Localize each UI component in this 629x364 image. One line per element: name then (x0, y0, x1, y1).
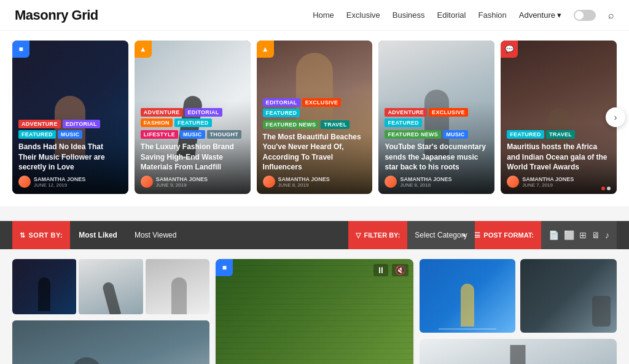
author-info-1: SAMANTHA JONES JUNE 12, 2019 (34, 176, 85, 188)
search-icon[interactable]: ⌕ (608, 10, 614, 21)
post-format-box: ☰ Post Format: (467, 221, 541, 249)
featured-card-1[interactable]: ■ ADVENTURE EDITORIAL FEATURED MUSIC Ban… (12, 41, 128, 194)
carousel-next-button[interactable]: › (606, 107, 625, 127)
main-nav: Home Exclusive Business Editorial Fashio… (313, 10, 614, 21)
dark-mode-toggle[interactable] (574, 10, 596, 21)
card-overlay-1: ADVENTURE EDITORIAL FEATURED MUSIC Bands… (12, 112, 128, 194)
featured-card-4[interactable]: ADVENTURE EXCLUSIVE FEATURED FEATURED NE… (378, 41, 494, 194)
road-card[interactable] (520, 259, 617, 333)
tall-image-card[interactable] (12, 320, 209, 364)
nav-editorial[interactable]: Editorial (437, 10, 466, 20)
masonry-container: ■ ⏸ 🔇 ADVENTURE EDITORIAL FEATURED MUSIC… (12, 259, 617, 364)
carousel-dots (601, 187, 611, 190)
side-by-side-images (420, 259, 617, 333)
card-author-3: SAMANTHA JONES JUNE 8, 2019 (263, 176, 367, 188)
tag-list-1: ADVENTURE EDITORIAL FEATURED MUSIC (18, 120, 122, 139)
nav-fashion[interactable]: Fashion (478, 10, 506, 20)
card-title-5: Mauritius hosts the Africa and Indian Oc… (507, 142, 611, 172)
filter-right: ▽ Filter By: Select Category ▾ ☰ Post Fo… (348, 221, 617, 249)
masonry-col-2: ■ ⏸ 🔇 ADVENTURE EDITORIAL FEATURED MUSIC… (216, 259, 413, 364)
featured-card-2[interactable]: ▲ ADVENTURE EDITORIAL FASHION FEATURED L… (135, 41, 251, 194)
format-article-icon[interactable]: 📄 (549, 230, 559, 240)
card-overlay-4: ADVENTURE EXCLUSIVE FEATURED FEATURED NE… (378, 101, 494, 194)
carousel-dot-2[interactable] (607, 187, 611, 190)
strip-img-2 (79, 259, 143, 314)
sort-options: Most Liked Most Viewed (70, 221, 185, 249)
video-mute-button[interactable]: 🔇 (392, 264, 408, 276)
author-avatar-5 (507, 176, 519, 188)
tag-featured: FEATURED (18, 130, 56, 139)
nav-adventure[interactable]: Adventure ▾ (519, 10, 561, 20)
sort-most-viewed[interactable]: Most Viewed (126, 221, 185, 249)
author-avatar-4 (385, 176, 397, 188)
image-strip[interactable] (12, 259, 209, 314)
format-grid-icon[interactable]: ⊞ (579, 230, 587, 240)
format-gallery-icon[interactable]: ⬜ (564, 230, 574, 240)
strip-img-3 (146, 259, 209, 314)
author-avatar-1 (18, 176, 31, 188)
filter-bar: ⇅ Sort By: Most Liked Most Viewed ▽ Filt… (0, 221, 629, 249)
card-title-2: The Luxury Fashion Brand Saving High-End… (141, 142, 244, 172)
card-title-4: YouTube Star's documentary sends the Jap… (385, 142, 488, 172)
card-overlay-5: FEATURED TRAVEL Mauritius hosts the Afri… (501, 123, 617, 194)
author-avatar-2 (141, 176, 153, 188)
video-controls: ⏸ 🔇 (373, 264, 408, 276)
featured-card-3[interactable]: ▲ EDITORIAL EXCLUSIVE FEATURED FEATURED … (257, 41, 373, 194)
category-select[interactable]: Select Category (407, 221, 475, 249)
card-overlay-3: EDITORIAL EXCLUSIVE FEATURED FEATURED NE… (257, 91, 373, 194)
card-author-2: SAMANTHA JONES JUNE 9, 2019 (141, 176, 244, 188)
card-title-3: The Most Beautiful Beaches You've Never … (263, 132, 367, 172)
featured-grid: ■ ADVENTURE EDITORIAL FEATURED MUSIC Ban… (12, 41, 617, 194)
video-card-container: ■ ⏸ 🔇 ADVENTURE EDITORIAL FEATURED MUSIC… (216, 259, 413, 364)
chevron-down-icon: ▾ (557, 10, 561, 20)
card-badge-2: ▲ (135, 41, 152, 58)
masonry-section: ■ ⏸ 🔇 ADVENTURE EDITORIAL FEATURED MUSIC… (0, 249, 629, 364)
card-author-5: SAMANTHA JONES JUNE 7, 2019 (507, 176, 611, 188)
author-avatar-3 (263, 176, 275, 188)
category-select-wrapper: Select Category ▾ (407, 221, 466, 249)
header: Masonry Grid Home Exclusive Business Edi… (0, 0, 629, 31)
format-video-icon[interactable]: 🖥 (592, 230, 600, 240)
sort-icon: ⇅ (20, 231, 26, 239)
sort-section: ⇅ Sort By: Most Liked Most Viewed (12, 221, 185, 249)
card-author-4: SAMANTHA JONES JUNE 8, 2018 (385, 176, 488, 188)
card-badge-3: ▲ (257, 41, 274, 58)
video-card[interactable]: ■ ⏸ 🔇 (216, 259, 413, 364)
video-card-badge: ■ (216, 259, 233, 276)
strip-img-1 (12, 259, 76, 314)
nav-business[interactable]: Business (393, 10, 425, 20)
card-badge-1: ■ (12, 41, 29, 58)
tag-adventure: ADVENTURE (18, 120, 61, 128)
tag-list-2: ADVENTURE EDITORIAL FASHION FEATURED (141, 108, 244, 127)
filter-by-box: ▽ Filter By: (348, 221, 407, 249)
site-logo: Masonry Grid (15, 7, 98, 23)
card-author-1: SAMANTHA JONES JUNE 12, 2019 (18, 176, 122, 188)
tall-wide-card[interactable] (420, 339, 617, 364)
sort-most-liked[interactable]: Most Liked (70, 221, 126, 249)
card-overlay-2: ADVENTURE EDITORIAL FASHION FEATURED LIF… (135, 101, 251, 194)
tag-music: MUSIC (58, 130, 83, 139)
post-format-icon: ☰ (474, 231, 480, 239)
nav-home[interactable]: Home (313, 10, 334, 20)
nav-exclusive[interactable]: Exclusive (346, 10, 380, 20)
sports-card[interactable] (420, 259, 516, 333)
masonry-col-1 (12, 259, 209, 364)
filter-icon: ▽ (356, 231, 361, 239)
featured-card-5[interactable]: 💬 FEATURED TRAVEL Mauritius hosts the Af… (501, 41, 617, 194)
featured-section: ■ ADVENTURE EDITORIAL FEATURED MUSIC Ban… (0, 31, 629, 206)
card-title-1: Bands Had No Idea That Their Music Follo… (18, 142, 122, 172)
masonry-col-3 (420, 259, 617, 364)
card-badge-5: 💬 (501, 41, 518, 58)
format-icons: 📄 ⬜ ⊞ 🖥 ♪ (541, 221, 617, 249)
sort-label-box: ⇅ Sort By: (12, 221, 70, 249)
video-pause-button[interactable]: ⏸ (373, 264, 388, 276)
carousel-dot-1[interactable] (601, 187, 605, 190)
format-audio-icon[interactable]: ♪ (605, 230, 609, 240)
tag-editorial: EDITORIAL (63, 120, 100, 128)
